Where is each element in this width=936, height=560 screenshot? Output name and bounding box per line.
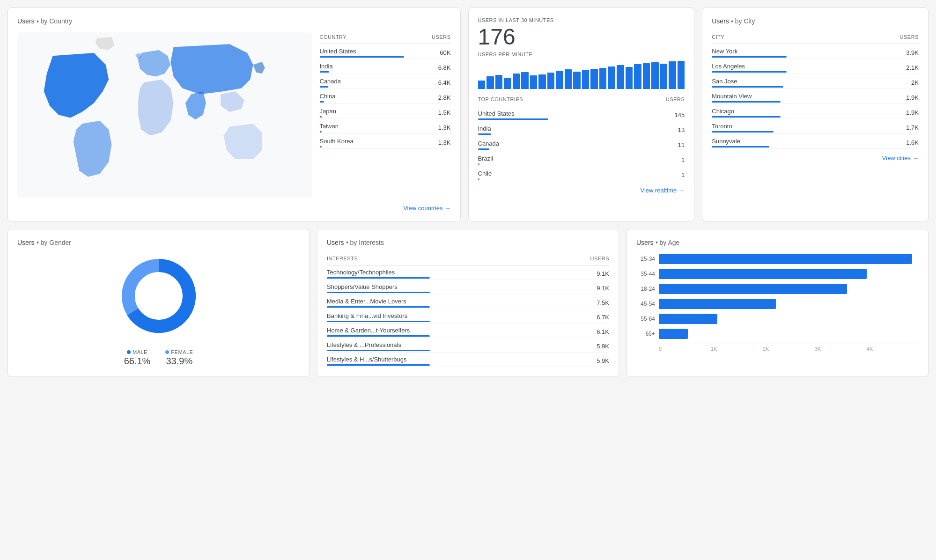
view-realtime-text: View realtime xyxy=(640,187,677,194)
age-card: Users ▾ by Age 25-34 35-44 18-24 45-54 5… xyxy=(626,229,929,377)
country-value: 1.3K xyxy=(406,119,451,134)
world-map xyxy=(17,32,312,199)
table-row: Chicago 1.9K xyxy=(712,104,919,119)
interest-name: Shoppers/Value Shoppers xyxy=(327,280,557,294)
top-countries-table: TOP COUNTRIES USERS United States 145 In… xyxy=(478,95,685,181)
age-bar-fill xyxy=(659,269,867,279)
axis-3k: 3K xyxy=(815,346,867,352)
gender-legend: MALE 66.1% FEMALE 33.9% xyxy=(124,349,193,367)
country-value: 1.3K xyxy=(406,134,451,149)
city-name: Los Angeles xyxy=(712,59,852,74)
country-name: Japan xyxy=(320,104,406,119)
city-name: San Jose xyxy=(712,74,852,89)
mini-bar xyxy=(573,72,581,89)
interest-value: 6.7K xyxy=(557,309,609,323)
mini-bar xyxy=(643,63,650,89)
rt-country-name: Brazil xyxy=(478,151,624,166)
age-label: 55-64 xyxy=(636,316,655,322)
table-row: San Jose 2K xyxy=(712,74,919,89)
view-cities-link[interactable]: View cities → xyxy=(712,155,919,162)
country-metric-label[interactable]: Users xyxy=(17,17,35,25)
mini-bar xyxy=(608,66,615,89)
view-cities-text: View cities xyxy=(882,155,911,162)
mini-bar xyxy=(634,64,641,89)
country-dropdown-icon[interactable]: ▾ xyxy=(37,19,39,24)
table-row: India 6.8K xyxy=(320,59,451,74)
city-value: 1.7K xyxy=(852,119,919,134)
age-card-title: Users ▾ by Age xyxy=(636,239,919,246)
interests-users-header: USERS xyxy=(557,254,609,265)
interests-metric-label[interactable]: Users xyxy=(327,239,344,246)
country-value: 1.5K xyxy=(406,104,451,119)
country-name: Taiwan xyxy=(320,119,406,134)
interest-name: Banking & Fina...vid Investors xyxy=(327,309,557,323)
table-row: South Korea 1.3K xyxy=(320,134,451,149)
table-row: Home & Garden...t-Yourselfers 6.1K xyxy=(327,323,609,338)
age-row: 35-44 xyxy=(636,269,919,279)
mini-bar xyxy=(565,69,572,89)
country-value: 6.4K xyxy=(406,74,451,89)
age-dropdown-icon[interactable]: ▾ xyxy=(656,240,658,245)
age-bar-container xyxy=(659,329,919,339)
female-label: FEMALE xyxy=(171,349,193,355)
male-label: MALE xyxy=(133,349,147,355)
table-row: Mountain View 1.9K xyxy=(712,89,919,104)
view-countries-text: View countries xyxy=(403,205,442,212)
age-label: 65+ xyxy=(636,331,655,337)
donut-chart xyxy=(117,254,201,338)
realtime-number: 176 xyxy=(478,25,685,50)
interests-by-label: by Interests xyxy=(350,239,384,246)
table-row: Technology/Technophiles 9.1K xyxy=(327,265,609,280)
rt-country-value: 11 xyxy=(624,136,685,151)
table-row: Taiwan 1.3K xyxy=(320,119,451,134)
table-row: India 13 xyxy=(478,121,685,136)
age-label: 35-44 xyxy=(636,271,655,277)
country-users-header: USERS xyxy=(406,32,451,44)
gender-metric-label[interactable]: Users xyxy=(17,239,35,246)
mini-bar xyxy=(538,74,546,89)
age-row: 25-34 xyxy=(636,254,919,264)
table-row: Brazil 1 xyxy=(478,151,685,166)
rt-country-name: India xyxy=(478,121,624,136)
mini-bar xyxy=(590,69,598,89)
city-name: Mountain View xyxy=(712,89,852,104)
age-bar-container xyxy=(659,254,919,264)
table-row: Canada 6.4K xyxy=(320,74,451,89)
age-bar-container xyxy=(659,314,919,324)
age-row: 18-24 xyxy=(636,284,919,294)
gender-dropdown-icon[interactable]: ▾ xyxy=(37,240,39,245)
table-row: Los Angeles 2.1K xyxy=(712,59,919,74)
age-row: 45-54 xyxy=(636,299,919,309)
interests-data-table: INTERESTS USERS Technology/Technophiles … xyxy=(327,254,609,367)
country-value: 60K xyxy=(406,44,451,59)
age-bar-fill xyxy=(659,284,847,294)
city-metric-label[interactable]: Users xyxy=(712,17,729,25)
city-value: 1.6K xyxy=(852,134,919,149)
city-by-label: by City xyxy=(735,17,755,25)
realtime-bar-chart xyxy=(478,61,685,89)
country-card: Users ▾ by Country xyxy=(7,7,461,221)
table-row: United States 60K xyxy=(320,44,451,59)
view-realtime-link[interactable]: View realtime → xyxy=(478,187,685,194)
rt-country-value: 1 xyxy=(624,151,685,166)
age-bar-container xyxy=(659,284,919,294)
city-card-title: Users ▾ by City xyxy=(712,17,919,25)
realtime-label: USERS IN LAST 30 MINUTES xyxy=(478,17,685,23)
city-name: New York xyxy=(712,44,852,59)
city-dropdown-icon[interactable]: ▾ xyxy=(731,19,733,24)
table-row: Media & Enter...Movie Lovers 7.5K xyxy=(327,294,609,309)
rt-country-value: 13 xyxy=(624,121,685,136)
view-realtime-arrow: → xyxy=(678,187,685,194)
gender-card-title: Users ▾ by Gender xyxy=(17,239,300,246)
axis-4k: 4K xyxy=(867,346,919,352)
interests-dropdown-icon[interactable]: ▾ xyxy=(346,240,348,245)
mini-bar xyxy=(504,78,511,89)
mini-bar xyxy=(547,73,555,89)
age-bar-fill xyxy=(659,299,776,309)
view-countries-link[interactable]: View countries → xyxy=(17,205,451,212)
age-metric-label[interactable]: Users xyxy=(636,239,654,246)
interest-name: Home & Garden...t-Yourselfers xyxy=(327,323,557,338)
country-name: China xyxy=(320,89,406,104)
age-axis: 0 1K 2K 3K 4K xyxy=(659,344,919,352)
age-by-label: by Age xyxy=(660,239,680,246)
